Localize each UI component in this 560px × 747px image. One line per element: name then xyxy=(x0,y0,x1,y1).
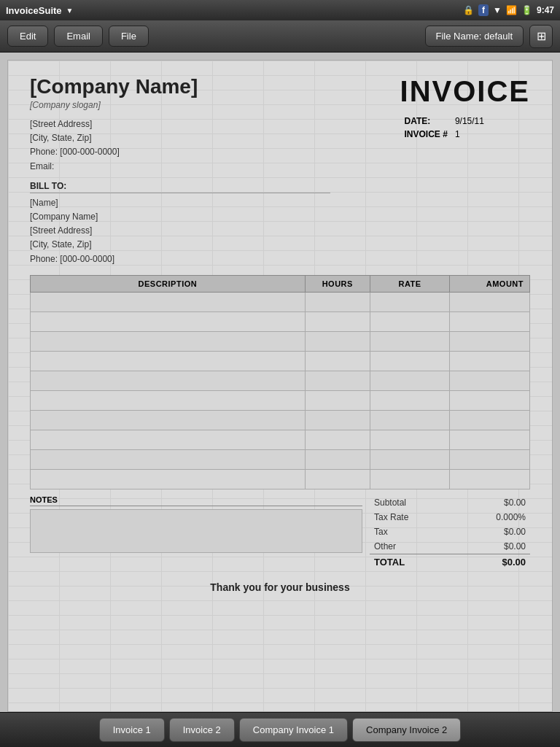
file-button[interactable]: File xyxy=(109,26,149,47)
cell-rate-8[interactable] xyxy=(370,449,450,469)
cell-hours-7[interactable] xyxy=(305,430,370,449)
table-row xyxy=(31,410,530,430)
cell-hours-0[interactable] xyxy=(305,292,370,311)
tab-company-invoice-2[interactable]: Company Invoice 2 xyxy=(352,718,461,742)
cell-amount-2[interactable] xyxy=(450,331,530,351)
totals-table: Subtotal $0.00 Tax Rate 0.000% Tax $0.00 xyxy=(370,495,530,570)
tab-invoice-1[interactable]: Invoice 1 xyxy=(99,718,165,742)
thank-you-message: Thank you for your business xyxy=(30,581,530,593)
tax-rate-label: Tax Rate xyxy=(370,510,455,525)
status-bar-left: InvoiceSuite ▼ xyxy=(6,5,73,16)
total-value[interactable]: $0.00 xyxy=(455,554,530,570)
cell-description-2[interactable] xyxy=(31,331,306,351)
cell-hours-4[interactable] xyxy=(305,371,370,390)
table-row xyxy=(31,311,530,331)
company-slogan[interactable]: [Company slogan] xyxy=(30,100,198,110)
status-bar-right: 🔒 f ▼ 📶 🔋 9:47 xyxy=(463,4,554,16)
notes-section: NOTES xyxy=(30,495,362,570)
phone[interactable]: Phone: [000-000-0000] xyxy=(30,145,198,159)
network-dropdown-icon[interactable]: ▼ xyxy=(493,5,502,15)
bill-to-street[interactable]: [Street Address] xyxy=(30,224,530,238)
cell-amount-3[interactable] xyxy=(450,351,530,371)
bill-to-company[interactable]: [Company Name] xyxy=(30,210,530,224)
tax-rate-value[interactable]: 0.000% xyxy=(455,510,530,525)
other-value[interactable]: $0.00 xyxy=(455,539,530,554)
bill-to-phone[interactable]: Phone: [000-00-0000] xyxy=(30,252,530,266)
grid-view-icon[interactable]: ⊞ xyxy=(529,25,553,48)
company-details: [Street Address] [City, State, Zip] Phon… xyxy=(30,117,198,174)
cell-description-6[interactable] xyxy=(31,410,306,430)
file-name-display: File Name: default xyxy=(425,26,524,47)
date-value[interactable]: 9/15/11 xyxy=(452,115,487,127)
cell-amount-9[interactable] xyxy=(450,469,530,489)
facebook-icon: f xyxy=(478,4,489,16)
app-dropdown-icon[interactable]: ▼ xyxy=(66,7,74,15)
bill-to-name[interactable]: [Name] xyxy=(30,196,530,210)
cell-description-0[interactable] xyxy=(31,292,306,311)
cell-description-9[interactable] xyxy=(31,469,306,489)
tax-value[interactable]: $0.00 xyxy=(455,525,530,539)
cell-amount-4[interactable] xyxy=(450,371,530,390)
email[interactable]: Email: xyxy=(30,160,198,174)
time-display: 9:47 xyxy=(537,5,554,15)
invoice-title: INVOICE xyxy=(400,75,530,108)
col-header-amount: AMOUNT xyxy=(450,275,530,292)
cell-rate-1[interactable] xyxy=(370,311,450,331)
bill-to-section: BILL TO: [Name] [Company Name] [Street A… xyxy=(30,181,530,266)
table-row xyxy=(31,331,530,351)
cell-amount-6[interactable] xyxy=(450,410,530,430)
bill-to-city-state-zip[interactable]: [City, State, Zip] xyxy=(30,238,530,252)
cell-description-7[interactable] xyxy=(31,430,306,449)
cell-description-5[interactable] xyxy=(31,390,306,410)
company-info: [Company Name] [Company slogan] [Street … xyxy=(30,75,198,174)
cell-amount-7[interactable] xyxy=(450,430,530,449)
table-row xyxy=(31,390,530,410)
status-bar: InvoiceSuite ▼ 🔒 f ▼ 📶 🔋 9:47 xyxy=(0,0,560,20)
cell-hours-1[interactable] xyxy=(305,311,370,331)
cell-description-4[interactable] xyxy=(31,371,306,390)
col-header-description: DESCRIPTION xyxy=(31,275,306,292)
cell-hours-2[interactable] xyxy=(305,331,370,351)
cell-amount-1[interactable] xyxy=(450,311,530,331)
invoice-num-value[interactable]: 1 xyxy=(452,128,487,140)
cell-hours-3[interactable] xyxy=(305,351,370,371)
table-row xyxy=(31,430,530,449)
cell-description-1[interactable] xyxy=(31,311,306,331)
cell-rate-6[interactable] xyxy=(370,410,450,430)
cell-hours-9[interactable] xyxy=(305,469,370,489)
cell-hours-5[interactable] xyxy=(305,390,370,410)
cell-rate-2[interactable] xyxy=(370,331,450,351)
cell-amount-5[interactable] xyxy=(450,390,530,410)
invoice-paper: [Company Name] [Company slogan] [Street … xyxy=(7,60,553,712)
notes-label: NOTES xyxy=(30,495,362,506)
cell-rate-4[interactable] xyxy=(370,371,450,390)
company-name[interactable]: [Company Name] xyxy=(30,75,198,98)
edit-button[interactable]: Edit xyxy=(7,26,48,47)
street-address[interactable]: [Street Address] xyxy=(30,117,198,131)
table-row xyxy=(31,469,530,489)
cell-rate-5[interactable] xyxy=(370,390,450,410)
cell-amount-8[interactable] xyxy=(450,449,530,469)
cell-description-3[interactable] xyxy=(31,351,306,371)
invoice-num-label: INVOICE # xyxy=(402,128,451,140)
notes-area[interactable] xyxy=(30,509,362,553)
cell-hours-6[interactable] xyxy=(305,410,370,430)
invoice-meta-table: DATE: 9/15/11 INVOICE # 1 xyxy=(400,114,489,142)
cell-amount-0[interactable] xyxy=(450,292,530,311)
cell-description-8[interactable] xyxy=(31,449,306,469)
subtotal-value[interactable]: $0.00 xyxy=(455,495,530,510)
totals-section: Subtotal $0.00 Tax Rate 0.000% Tax $0.00 xyxy=(370,495,530,570)
tab-bar: Invoice 1 Invoice 2 Company Invoice 1 Co… xyxy=(0,712,560,747)
cell-rate-9[interactable] xyxy=(370,469,450,489)
cell-rate-7[interactable] xyxy=(370,430,450,449)
cell-rate-3[interactable] xyxy=(370,351,450,371)
table-row xyxy=(31,351,530,371)
cell-hours-8[interactable] xyxy=(305,449,370,469)
email-button[interactable]: Email xyxy=(54,26,103,47)
city-state-zip[interactable]: [City, State, Zip] xyxy=(30,131,198,145)
tab-invoice-2[interactable]: Invoice 2 xyxy=(169,718,235,742)
toolbar: Edit Email File File Name: default ⊞ xyxy=(0,20,560,53)
cell-rate-0[interactable] xyxy=(370,292,450,311)
tab-company-invoice-1[interactable]: Company Invoice 1 xyxy=(239,718,348,742)
tax-label: Tax xyxy=(370,525,455,539)
